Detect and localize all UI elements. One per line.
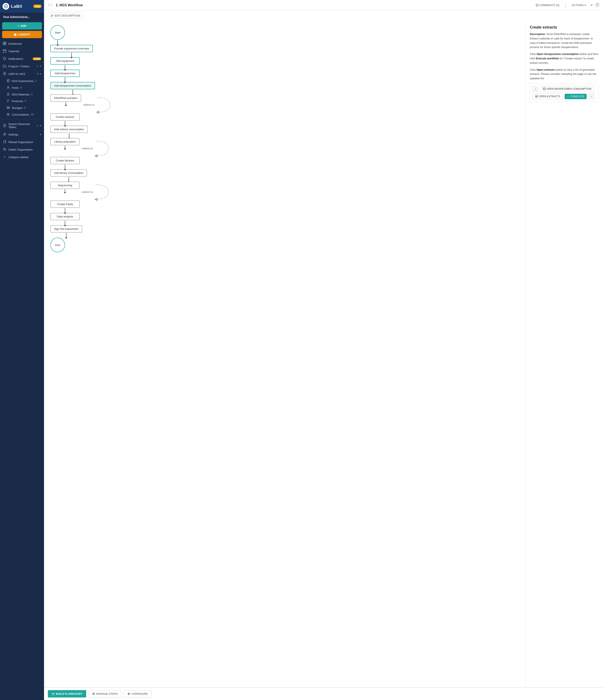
help-icon[interactable]	[596, 3, 599, 7]
configure-button[interactable]: CONFIGURE	[124, 690, 151, 698]
add-button[interactable]: + ADD	[2, 22, 42, 30]
ngs-materials-label: NGS Materials	[12, 93, 30, 96]
sidebar-item-calendar[interactable]: Calendar	[0, 47, 44, 55]
description-label: Description:	[530, 32, 546, 36]
ngs-experiments-count: 2	[35, 79, 37, 82]
more-icon[interactable]: ⋮	[563, 3, 567, 7]
build-flowchart-button[interactable]: BUILD FLOWCHART	[48, 690, 86, 698]
system-tables-label: System Reserved Tables	[8, 123, 35, 129]
sidebar-item-switch-org[interactable]: Switch Organization	[0, 146, 44, 153]
sidebar-item-notifications[interactable]: Notifications 1 new	[0, 55, 44, 62]
node-add-extract-consumption[interactable]: Add extract consumption	[50, 126, 88, 138]
library-prep-rect[interactable]: Library prepration	[50, 138, 80, 145]
add-equipment-rect: Add equipment	[50, 57, 80, 65]
info-action-row-1: ‹ OPEN BIOSPECIMEN CONSUMPTION	[532, 86, 596, 92]
chevron-down-icon: ▾	[584, 4, 586, 7]
switch-org-label: Switch Organization	[8, 148, 41, 151]
node-provide-experiment[interactable]: Provide experiment overview	[50, 45, 93, 57]
sidebar: LaBII Trial Test Administrat... + ADD ▣ …	[0, 0, 44, 700]
timer-icon	[3, 72, 7, 76]
sidebar-item-ngs-materials[interactable]: NGS Materials 8	[0, 91, 44, 98]
nav-next-button[interactable]: ›	[588, 94, 594, 99]
sequencing-rect[interactable]: Sequencing	[50, 182, 80, 189]
node-add-equipment[interactable]: Add equipment	[50, 57, 80, 70]
svg-point-23	[128, 694, 129, 694]
nav-prev-button[interactable]: ‹	[532, 86, 538, 92]
sidebar-item-hosts[interactable]: Hosts 0	[0, 84, 44, 91]
svg-point-11	[9, 107, 9, 107]
grid-icon	[3, 42, 7, 46]
node-create-libraries[interactable]: Create libraries	[50, 157, 80, 169]
logo-icon	[2, 3, 9, 10]
node-add-library-consumption[interactable]: Add library consumption	[50, 169, 87, 182]
reload-label: Reload Organization	[8, 141, 41, 144]
sidebar-item-storages[interactable]: Storages 0	[0, 104, 44, 111]
sidebar-item-consumptions[interactable]: Consumptions 10	[0, 111, 44, 118]
lims-label: LIMS for NGS	[8, 72, 35, 75]
info-panel-description: Description: Once DNA/RNA is extracted, …	[530, 32, 599, 49]
consumptions-label: Consumptions	[12, 113, 29, 116]
dna-rna-rect[interactable]: DNA/RNA extration	[50, 94, 81, 102]
node-add-biospecimen-consumption[interactable]: Add biospecimen consumption	[50, 82, 95, 94]
complete-button[interactable]: ✓ COMPLETE	[564, 94, 587, 99]
edit-description-button[interactable]: EDIT DESCRIPTION	[48, 12, 83, 19]
sidebar-item-system-tables[interactable]: System Reserved Tables 1 ▾	[0, 121, 44, 131]
ngs-experiments-label: NGS Experiments	[12, 79, 33, 83]
reload-icon	[3, 140, 7, 144]
info-panel-instruction1: Click Open biospecimen consumption butto…	[530, 52, 599, 65]
file-icon	[7, 79, 10, 83]
info-panel-instruction2: Click Open extracts button to view a lis…	[530, 68, 599, 81]
svg-rect-4	[5, 44, 6, 45]
manage-icon	[92, 693, 95, 695]
svg-rect-5	[3, 50, 6, 52]
manage-steps-button[interactable]: MANAGE STEPS	[89, 690, 121, 698]
settings-arrow: ▾	[40, 133, 41, 136]
gpt-button[interactable]: ▣ LABIIGPT	[2, 31, 42, 38]
node-create-fastq[interactable]: Create Fastq	[50, 200, 80, 213]
close-icon[interactable]: ✕	[590, 3, 593, 7]
host-icon	[7, 86, 10, 89]
protocols-count: 0	[25, 100, 26, 103]
projects-arrow: ▾	[40, 65, 41, 68]
bell-icon	[3, 57, 7, 60]
org-name: Test Administrat...	[0, 12, 44, 21]
dashed-arc-3	[94, 184, 112, 200]
svg-rect-1	[3, 42, 4, 43]
edit-bar: EDIT DESCRIPTION	[44, 10, 603, 21]
flowchart-area: .fc-node { cursor: pointer; } .fc-vert-l…	[44, 21, 603, 687]
calendar-label: Calendar	[8, 50, 41, 53]
actions-button[interactable]: ACTIONS ▾	[570, 3, 588, 7]
create-extracts-rect: Create extracts	[50, 113, 80, 121]
add-library-consumption-rect: Add library consumption	[50, 169, 87, 177]
logo-text: LaBII	[11, 4, 22, 9]
protocols-label: Protocols	[12, 100, 23, 103]
comments-icon	[536, 4, 538, 7]
comments-button[interactable]: COMMENTS (0)	[534, 3, 561, 7]
sidebar-item-collapse[interactable]: Collapse sidebar	[0, 153, 44, 161]
sidebar-item-reload[interactable]: Reload Organization	[0, 138, 44, 146]
svg-point-16	[597, 5, 598, 6]
sidebar-item-ngs-experiments[interactable]: NGS Experiments 2	[0, 78, 44, 84]
open-extracts-button[interactable]: OPEN EXTRACTS	[532, 94, 563, 99]
chevron-left-icon	[3, 155, 7, 159]
start-circle: Start	[50, 25, 65, 40]
storage-icon	[7, 106, 10, 109]
info-actions-panel: ‹ OPEN BIOSPECIMEN CONSUMPTION OPEN EXTR…	[530, 83, 599, 102]
node-create-extracts[interactable]: Create extracts	[50, 113, 80, 126]
sidebar-item-dashboard[interactable]: Dashboard	[0, 40, 44, 47]
add-extract-consumption-rect: Add extract consumption	[50, 126, 88, 133]
node-add-biospecimen[interactable]: Add biospecimen	[50, 70, 80, 82]
library-branch: Library prepration redirect to	[50, 138, 112, 157]
sidebar-item-protocols[interactable]: Protocols 0	[0, 98, 44, 104]
flask-icon	[7, 93, 10, 96]
node-data-analysis[interactable]: Data analysis	[50, 213, 80, 225]
ngs-materials-count: 8	[31, 93, 33, 96]
node-sign-experiment[interactable]: Sign the experiment	[50, 225, 82, 238]
node-start[interactable]: Start	[50, 25, 65, 45]
open-biospecimen-button[interactable]: OPEN BIOSPECIMEN CONSUMPTION	[540, 86, 594, 92]
open-biospecimen-bold: Open biospecimen consumption	[536, 52, 579, 55]
sidebar-item-lims[interactable]: LIMS for NGS 6 ▾	[0, 70, 44, 78]
sidebar-item-settings[interactable]: Settings ▾	[0, 131, 44, 138]
sidebar-item-projects[interactable]: Projects / Folders 1 ▾	[0, 62, 44, 70]
redirect-label-1: redirect to	[83, 103, 94, 106]
